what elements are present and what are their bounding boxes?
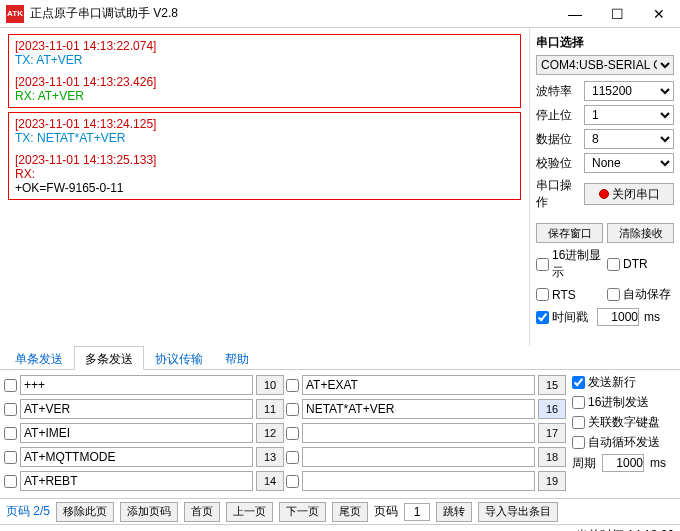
prev-page-button[interactable]: 上一页 [226, 502, 273, 522]
log-block-1: [2023-11-01 14:13:22.074] TX: AT+VER [20… [8, 34, 521, 108]
send-slot-button[interactable]: 15 [538, 375, 566, 395]
send-slot-button[interactable]: 17 [538, 423, 566, 443]
send-cmd-input[interactable] [302, 471, 535, 491]
send-row-check[interactable] [286, 427, 299, 440]
first-page-button[interactable]: 首页 [184, 502, 220, 522]
timestamp: [2023-11-01 14:13:23.426] [15, 75, 514, 89]
page-indicator: 页码 2/5 [6, 503, 50, 520]
stop-label: 停止位 [536, 107, 580, 124]
send-row-check[interactable] [286, 403, 299, 416]
tab-multi-send[interactable]: 多条发送 [74, 346, 144, 370]
add-page-button[interactable]: 添加页码 [120, 502, 178, 522]
rx-line: RX: AT+VER [15, 89, 514, 103]
timestamp-interval-input[interactable] [597, 308, 639, 326]
send-slot-button[interactable]: 18 [538, 447, 566, 467]
timestamp-check[interactable] [536, 311, 549, 324]
send-row-check[interactable] [4, 475, 17, 488]
maximize-button[interactable]: ☐ [596, 0, 638, 28]
hex-display-check[interactable] [536, 258, 549, 271]
save-window-button[interactable]: 保存窗口 [536, 223, 603, 243]
send-slot-button[interactable]: 19 [538, 471, 566, 491]
next-page-button[interactable]: 下一页 [279, 502, 326, 522]
loop-send-check[interactable] [572, 436, 585, 449]
toggle-port-button[interactable]: 关闭串口 [584, 183, 674, 205]
send-cmd-input[interactable] [302, 447, 535, 467]
close-button[interactable]: ✕ [638, 0, 680, 28]
parity-select[interactable]: None [584, 153, 674, 173]
send-slot-button[interactable]: 14 [256, 471, 284, 491]
send-cmd-input[interactable] [20, 423, 253, 443]
stop-select[interactable]: 1 [584, 105, 674, 125]
op-label: 串口操作 [536, 177, 580, 211]
timestamp: [2023-11-01 14:13:25.133] [15, 153, 514, 167]
send-slot-button[interactable]: 16 [538, 399, 566, 419]
tab-bar: 单条发送 多条发送 协议传输 帮助 [0, 346, 680, 370]
parity-label: 校验位 [536, 155, 580, 172]
send-newline-check[interactable] [572, 376, 585, 389]
jump-button[interactable]: 跳转 [436, 502, 472, 522]
send-slot-button[interactable]: 12 [256, 423, 284, 443]
baud-select[interactable]: 115200 [584, 81, 674, 101]
log-block-2: [2023-11-01 14:13:24.125] TX: NETAT*AT+V… [8, 112, 521, 200]
send-row-check[interactable] [286, 379, 299, 392]
timestamp: [2023-11-01 14:13:24.125] [15, 117, 514, 131]
send-row-check[interactable] [286, 475, 299, 488]
clear-rx-button[interactable]: 清除接收 [607, 223, 674, 243]
autosave-check[interactable] [607, 288, 620, 301]
port-select[interactable]: COM4:USB-SERIAL CH340 [536, 55, 674, 75]
tab-help[interactable]: 帮助 [214, 346, 260, 369]
minimize-button[interactable]: — [554, 0, 596, 28]
rx-payload: +OK=FW-9165-0-11 [15, 181, 514, 195]
data-select[interactable]: 8 [584, 129, 674, 149]
timestamp: [2023-11-01 14:13:22.074] [15, 39, 514, 53]
send-row-check[interactable] [4, 379, 17, 392]
rx-label: RX: [15, 167, 514, 181]
tx-line: TX: AT+VER [15, 53, 514, 67]
send-cmd-input[interactable] [20, 447, 253, 467]
current-time: 当前时间 14:13:26 [576, 527, 674, 531]
send-cmd-input[interactable] [302, 375, 535, 395]
port-select-title: 串口选择 [536, 34, 674, 51]
side-panel: 串口选择 COM4:USB-SERIAL CH340 波特率115200 停止位… [530, 28, 680, 346]
remove-page-button[interactable]: 移除此页 [56, 502, 114, 522]
tab-protocol[interactable]: 协议传输 [144, 346, 214, 369]
send-slot-button[interactable]: 10 [256, 375, 284, 395]
rts-check[interactable] [536, 288, 549, 301]
send-row-check[interactable] [4, 427, 17, 440]
send-cmd-input[interactable] [20, 471, 253, 491]
send-cmd-input[interactable] [20, 375, 253, 395]
log-area: [2023-11-01 14:13:22.074] TX: AT+VER [20… [0, 28, 530, 346]
dtr-check[interactable] [607, 258, 620, 271]
last-page-button[interactable]: 尾页 [332, 502, 368, 522]
tx-line: TX: NETAT*AT+VER [15, 131, 514, 145]
send-slot-button[interactable]: 13 [256, 447, 284, 467]
send-row-check[interactable] [286, 451, 299, 464]
port-status-icon [599, 189, 609, 199]
send-cmd-input[interactable] [302, 399, 535, 419]
send-row-check[interactable] [4, 403, 17, 416]
numpad-check[interactable] [572, 416, 585, 429]
period-input[interactable] [602, 454, 644, 472]
page-input[interactable] [404, 503, 430, 521]
send-slot-button[interactable]: 11 [256, 399, 284, 419]
app-logo: ATK [6, 5, 24, 23]
data-label: 数据位 [536, 131, 580, 148]
send-row-check[interactable] [4, 451, 17, 464]
window-title: 正点原子串口调试助手 V2.8 [30, 5, 554, 22]
hex-send-check[interactable] [572, 396, 585, 409]
baud-label: 波特率 [536, 83, 580, 100]
import-export-button[interactable]: 导入导出条目 [478, 502, 558, 522]
send-cmd-input[interactable] [20, 399, 253, 419]
tab-single-send[interactable]: 单条发送 [4, 346, 74, 369]
send-cmd-input[interactable] [302, 423, 535, 443]
